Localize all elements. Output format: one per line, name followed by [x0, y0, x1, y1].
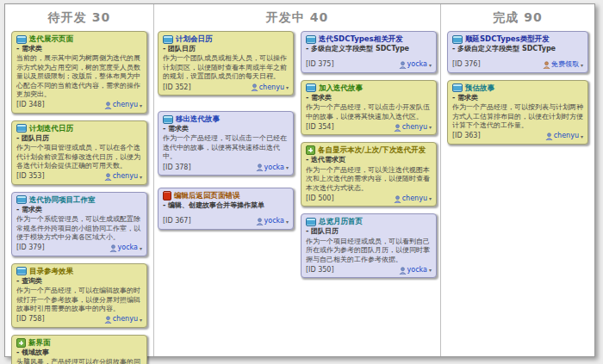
person-icon — [104, 102, 112, 109]
card-title: 迭代SDCTypes相关开发 — [319, 34, 403, 44]
assignee-name: chenyu — [259, 83, 284, 92]
card-id: [ID 363] — [452, 132, 481, 140]
user-menu-arrow-icon: ▾ — [429, 124, 432, 131]
card-id: [ID 500] — [306, 194, 334, 203]
card-id: [ID 378] — [163, 163, 191, 172]
card-type: - 需求类 — [16, 45, 142, 53]
user-menu-arrow-icon: ▾ — [429, 62, 432, 69]
card-type: - 编辑、创建故事合并等操作菜单 — [163, 201, 289, 210]
card-type: - 迭代需求页 — [306, 156, 432, 164]
person-icon — [109, 244, 117, 252]
card-title: 预估故事 — [465, 83, 494, 93]
user-menu-arrow-icon: ▾ — [286, 219, 289, 225]
assignee-link[interactable]: chenyu▾ — [394, 123, 432, 132]
assignee-name: yocka — [118, 244, 138, 252]
user-menu-arrow-icon: ▾ — [286, 164, 289, 171]
user-menu-arrow-icon: ▾ — [286, 84, 289, 91]
card-description: 作为一个项目管理或成员，可以在各个迭代计划会前设置和修改迭代日历，以便为各迭代计… — [16, 144, 142, 170]
assignee-link[interactable]: chenyu▾ — [251, 83, 289, 92]
card-title: 各自显示本次/上次/下次迭代开发 — [318, 145, 426, 155]
card-type: - 查询类 — [16, 277, 142, 286]
kanban-card[interactable]: 新界面 - 领域故事 头脑风暴，产品经理可以在分组故事的同时，看到这个迭代的内容… — [11, 335, 147, 364]
kanban-card[interactable]: 总览月历首页 - 团队日历 作为一个项目经理或成员，可以看到自己所在或作为参考的… — [301, 213, 437, 278]
card-description: 作为一个产品经理，可以点击小开发队伍中的故事，以便将其快速加入迭代区。 — [306, 103, 432, 121]
person-icon — [399, 61, 407, 69]
card-type: - 团队日历 — [16, 134, 142, 143]
new-item-icon — [306, 145, 315, 155]
card-type: - 需求类 — [163, 125, 289, 133]
card-description: 作为一个产品经理，可以按列表与计划两种方式人工估算排布目的，以便在计划时方便计算… — [452, 103, 583, 130]
column-in-progress-cards: 计划会日历 - 团队日历 作为一个团队成员或相关人员，可以操作计划页区，以便随时… — [154, 31, 440, 285]
card-id: [ID 353] — [16, 172, 45, 181]
assignee-name: chenyu — [113, 172, 138, 181]
assignee-link[interactable]: chenyu▾ — [104, 101, 142, 109]
user-menu-arrow-icon: ▾ — [140, 317, 142, 324]
kanban-card[interactable]: 计划迭代日历 - 团队日历 作为一个项目管理或成员，可以在各个迭代计划会前设置和… — [11, 120, 147, 185]
story-card-icon — [306, 83, 316, 92]
assignee-link[interactable]: chenyu▾ — [104, 315, 142, 324]
kanban-card[interactable]: 各自显示本次/上次/下次迭代开发 - 迭代需求页 作为一个产品经理，可以关注迭代… — [301, 142, 437, 207]
story-card-icon — [16, 195, 27, 204]
person-icon — [256, 218, 264, 225]
person-icon — [251, 83, 258, 91]
kanban-card[interactable]: 顺延SDCTypes类型开发 - 多级自定义字段类型 SDCType [ID 3… — [447, 31, 588, 73]
assignee-name: chenyu — [554, 132, 579, 140]
assignee-link[interactable]: yocka▾ — [256, 217, 289, 225]
person-icon — [104, 173, 112, 181]
person-icon — [104, 316, 112, 324]
kanban-card[interactable]: 迭代协同项目工作室 - 需求类 作为一个系统管理员，可以生成或配置除常规条件外跨… — [11, 192, 147, 256]
new-item-icon — [16, 338, 26, 348]
assignee-link[interactable]: yocka▾ — [109, 244, 142, 252]
assignee-link[interactable]: chenyu▾ — [545, 132, 583, 140]
story-card-icon — [163, 115, 173, 124]
user-menu-arrow-icon: ▾ — [140, 102, 142, 109]
assignee-name: chenyu — [113, 315, 138, 324]
column-in-progress: 开发中 40 计划会日历 - 团队日历 作为一个团队成员或相关人员，可以操作计划… — [153, 4, 441, 356]
user-menu-arrow-icon: ▾ — [429, 267, 432, 274]
kanban-card[interactable]: 加入迭代故事 - 需求类 作为一个产品经理，可以点击小开发队伍中的故事，以便将其… — [301, 80, 437, 136]
person-icon — [399, 267, 407, 275]
card-description: 头脑风暴，产品经理可以在分组故事的同时，看到这个迭代的内容及各个故事的内容，更加… — [16, 358, 142, 364]
card-id: [ID 758] — [16, 315, 45, 324]
assignee-link[interactable]: yocka▾ — [399, 266, 432, 275]
in-progress-subcolumn-left: 计划会日历 - 团队日历 作为一个团队成员或相关人员，可以操作计划页区，以便随时… — [154, 31, 297, 285]
assignee-link[interactable]: chenyu▾ — [104, 172, 142, 181]
kanban-card[interactable]: 编辑后返回页面错误 - 编辑、创建故事合并等操作菜单 [ID 367] yock… — [158, 188, 294, 230]
user-menu-arrow-icon: ▾ — [581, 62, 583, 69]
assignee-link[interactable]: chenyu▾ — [394, 194, 432, 203]
card-type: - 多级自定义字段类型 SDCType — [452, 45, 583, 53]
person-icon — [394, 195, 401, 203]
assignee-name: chenyu — [402, 194, 427, 203]
user-menu-arrow-icon: ▾ — [140, 245, 142, 252]
assignee-name: yocka — [264, 163, 284, 172]
story-card-icon — [306, 218, 316, 226]
assignee-link[interactable]: yocka▾ — [256, 163, 289, 172]
card-description: 作为一个团队成员或相关人员，可以操作计划页区，以便随时查看本周或半年之前的规划，… — [163, 54, 289, 81]
card-description: 当前的，展示其中间为树两侧为迭代的展示方式较为占用空间，树的宽度受人员数量以及层… — [16, 54, 142, 99]
assignee-link[interactable]: yocka▾ — [399, 60, 432, 69]
kanban-card[interactable]: 移出迭代故事 - 需求类 作为一个产品经理，可以点击一个已经在迭代中的故事，以便… — [158, 111, 294, 176]
kanban-card[interactable]: 迭代展示页面 - 需求类 当前的，展示其中间为树两侧为迭代的展示方式较为占用空间… — [11, 31, 147, 114]
card-description: 作为一个产品经理，可以关注迭代视图本次和上次迭代的需求内容，以便随时查看本次迭代… — [306, 166, 432, 193]
card-title: 新界面 — [28, 338, 51, 348]
story-card-icon — [452, 83, 463, 92]
column-in-progress-header: 开发中 40 — [154, 4, 440, 31]
story-card-icon — [306, 35, 316, 44]
card-title: 总览月历首页 — [319, 217, 363, 226]
kanban-card[interactable]: 预估故事 - 需求类 作为一个产品经理，可以按列表与计划两种方式人工估算排布目的… — [447, 80, 588, 145]
kanban-card[interactable]: 迭代SDCTypes相关开发 - 多级自定义字段类型 SDCType [ID 3… — [301, 31, 437, 73]
person-icon — [256, 163, 264, 171]
card-title: 顺延SDCTypes类型开发 — [465, 34, 550, 44]
kanban-card[interactable]: 计划会日历 - 团队日历 作为一个团队成员或相关人员，可以操作计划页区，以便随时… — [158, 31, 294, 96]
story-card-icon — [16, 267, 27, 275]
card-id: [ID 367] — [163, 217, 191, 225]
card-description: 作为一个产品经理，可以在编辑故事的时候打开一个参考故事，以便分屏对照编辑故事时引… — [16, 287, 142, 313]
card-title: 计划会日历 — [176, 34, 213, 44]
person-icon — [545, 133, 553, 140]
story-card-icon — [452, 35, 463, 44]
kanban-card[interactable]: 目录参考效果 - 查询类 作为一个产品经理，可以在编辑故事的时候打开一个参考故事… — [11, 263, 147, 328]
assignee-link[interactable]: 免费领取▾ — [543, 60, 583, 69]
card-type: - 领域故事 — [16, 349, 142, 357]
user-menu-arrow-icon: ▾ — [429, 195, 432, 202]
card-type: - 团队日历 — [163, 45, 289, 53]
